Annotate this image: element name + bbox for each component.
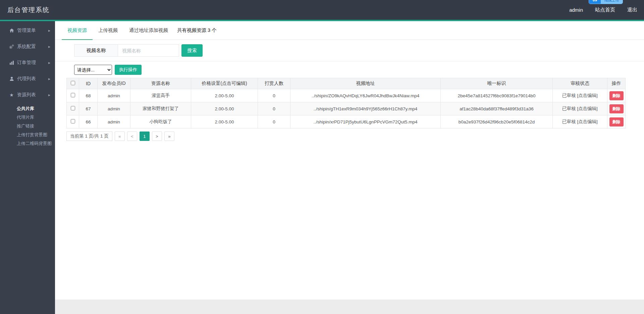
- pagination-next-button[interactable]: >: [152, 132, 162, 141]
- sidebar-item-order-manage[interactable]: 订单管理 ▸: [0, 55, 55, 71]
- table-header-row: ID 发布会员ID 资源名称 价格设置(点击可编辑) 打赏人数 视频地址 唯一标…: [67, 78, 626, 89]
- caret-right-icon: ▸: [48, 28, 50, 33]
- pagination-page-1-button[interactable]: 1: [140, 132, 150, 141]
- row-checkbox[interactable]: [71, 119, 75, 123]
- sidebar-subitem-promo-link[interactable]: 推广链接: [0, 122, 55, 130]
- cell-url: ../shipin/gTH1exR9m034h9Yj565z66rH1Ch87y…: [290, 102, 441, 115]
- sidebar-item-resource-list[interactable]: ★ 资源列表 ▸: [0, 87, 55, 103]
- header-uid: 唯一标识: [441, 78, 553, 89]
- pagination-info: 当前第 1 页/共 1 页: [66, 132, 112, 141]
- top-navbar: 后台管理系统 admin 站点首页 退出 69 拖拽上传: [0, 0, 644, 20]
- bar-chart-icon: [9, 60, 14, 65]
- table-row: 68 admin 灌篮高手 2.00-5.00 0 ../shipin/ZO9k…: [67, 89, 626, 102]
- header-price: 价格设置(点击可编辑): [191, 78, 258, 89]
- cell-name: 灌篮高手: [130, 89, 191, 102]
- cell-status[interactable]: 已审核 [点击编辑]: [553, 115, 607, 128]
- cell-member: admin: [98, 102, 130, 115]
- sidebar-item-system-config[interactable]: 系统配置 ▸: [0, 39, 55, 55]
- star-icon: ★: [9, 93, 14, 97]
- home-icon: [9, 28, 14, 33]
- sidebar-subitem-agent-library[interactable]: 代理片库: [0, 113, 55, 122]
- tab-video-resources[interactable]: 视频资源: [62, 21, 93, 40]
- bulk-action-bar: 请选择... 执行操作: [74, 65, 644, 75]
- cell-status[interactable]: 已审核 [点击编辑]: [553, 102, 607, 115]
- nav-link-site-home[interactable]: 站点首页: [595, 7, 615, 13]
- header-actions: 操作: [607, 78, 626, 89]
- badge-count: 69: [589, 0, 601, 4]
- caret-right-icon: ▸: [48, 44, 50, 49]
- header-select-all-cell: [67, 78, 79, 89]
- cell-name: 家猪和野猪打架了: [130, 102, 191, 115]
- pagination-last-button[interactable]: »: [164, 132, 174, 141]
- nav-link-logout[interactable]: 退出: [627, 7, 637, 13]
- row-checkbox[interactable]: [71, 106, 75, 110]
- delete-button[interactable]: 删除: [609, 91, 624, 100]
- badge-label: 拖拽上传: [601, 0, 623, 4]
- navbar-links: admin 站点首页 退出: [569, 7, 639, 13]
- sidebar-item-label: 管理菜单: [17, 28, 36, 34]
- tab-bar: 视频资源 上传视频 通过地址添加视频 共有视频资源 3 个: [55, 21, 644, 40]
- cell-uid: 2be45e7a814527f6bc9083f1e79014b0: [441, 89, 553, 102]
- search-panel: 视频名称 搜索: [55, 40, 644, 61]
- pagination-prev-button[interactable]: <: [127, 132, 137, 141]
- sidebar-item-label: 资源列表: [17, 92, 36, 98]
- sidebar: 管理菜单 ▸ 系统配置 ▸: [0, 21, 55, 314]
- app-title: 后台管理系统: [7, 6, 50, 14]
- sidebar-item-manage-menu[interactable]: 管理菜单 ▸: [0, 22, 55, 39]
- cell-status[interactable]: 已审核 [点击编辑]: [553, 89, 607, 102]
- resource-count-text: 共有视频资源 3 个: [174, 21, 220, 40]
- gears-icon: [9, 44, 14, 49]
- caret-right-icon: ▸: [48, 60, 50, 65]
- table-row: 67 admin 家猪和野猪打架了 2.00-5.00 0 ../shipin/…: [67, 102, 626, 115]
- sidebar-item-agent-list[interactable]: 代理列表 ▸: [0, 71, 55, 87]
- drag-upload-extension-badge[interactable]: 69 拖拽上传: [589, 0, 623, 4]
- sidebar-subitem-upload-qrcode-bg[interactable]: 上传二维码背景图: [0, 139, 55, 148]
- video-resource-table: ID 发布会员ID 资源名称 价格设置(点击可编辑) 打赏人数 视频地址 唯一标…: [66, 78, 626, 128]
- caret-right-icon: ▸: [48, 93, 50, 97]
- sidebar-item-label: 订单管理: [17, 60, 36, 66]
- sidebar-subitem-public-library[interactable]: 公共片库: [0, 104, 55, 113]
- cell-id: 67: [79, 102, 98, 115]
- cell-url: ../shipin/xrPD71Pj5ybutU6LgnPPcVGm72Qut5…: [290, 115, 441, 128]
- cell-price[interactable]: 2.00-5.00: [191, 115, 258, 128]
- header-review-status: 审核状态: [553, 78, 607, 89]
- bulk-action-select[interactable]: 请选择...: [74, 65, 112, 75]
- sidebar-item-label: 代理列表: [17, 76, 36, 82]
- cell-id: 66: [79, 115, 98, 128]
- cell-url: ../shipin/ZO9kAQvHDqLY6JwR04JhdBwJk4Niaw…: [290, 89, 441, 102]
- sidebar-item-label: 系统配置: [17, 44, 36, 50]
- execute-action-button[interactable]: 执行操作: [115, 65, 142, 75]
- header-resource-name: 资源名称: [130, 78, 191, 89]
- row-checkbox[interactable]: [71, 93, 75, 97]
- tab-upload-video[interactable]: 上传视频: [93, 21, 123, 40]
- cell-count: 0: [258, 102, 290, 115]
- cell-count: 0: [258, 115, 290, 128]
- header-member-id: 发布会员ID: [98, 78, 130, 89]
- pagination-first-button[interactable]: «: [115, 132, 125, 141]
- select-all-checkbox[interactable]: [71, 81, 75, 85]
- search-button[interactable]: 搜索: [181, 44, 203, 57]
- cell-member: admin: [98, 115, 130, 128]
- user-icon: [9, 76, 14, 81]
- caret-right-icon: ▸: [48, 76, 50, 81]
- cell-count: 0: [258, 89, 290, 102]
- cell-uid: af1ac28b40da68f37ffed489f3d31a36: [441, 102, 553, 115]
- cell-name: 小狗吃饭了: [130, 115, 191, 128]
- sidebar-subitem-upload-reward-bg[interactable]: 上传打赏背景图: [0, 130, 55, 139]
- tab-add-video-by-url[interactable]: 通过地址添加视频: [123, 21, 174, 40]
- search-field-label: 视频名称: [74, 44, 118, 57]
- header-reward-count: 打赏人数: [258, 78, 290, 89]
- resource-submenu: 公共片库 代理片库 推广链接 上传打赏背景图 上传二维码背景图: [0, 103, 55, 148]
- cell-member: admin: [98, 89, 130, 102]
- delete-button[interactable]: 删除: [609, 104, 624, 113]
- table-row: 66 admin 小狗吃饭了 2.00-5.00 0 ../shipin/xrP…: [67, 115, 626, 128]
- nav-link-admin[interactable]: admin: [569, 7, 583, 13]
- search-input[interactable]: [118, 44, 179, 57]
- delete-button[interactable]: 删除: [609, 117, 624, 126]
- footer: [55, 300, 644, 314]
- pagination: 当前第 1 页/共 1 页 « < 1 > »: [66, 132, 644, 141]
- cell-price[interactable]: 2.00-5.00: [191, 89, 258, 102]
- cell-price[interactable]: 2.00-5.00: [191, 102, 258, 115]
- cell-uid: b0a2e937f26d42f96cb20e5f06814c2d: [441, 115, 553, 128]
- header-id: ID: [79, 78, 98, 89]
